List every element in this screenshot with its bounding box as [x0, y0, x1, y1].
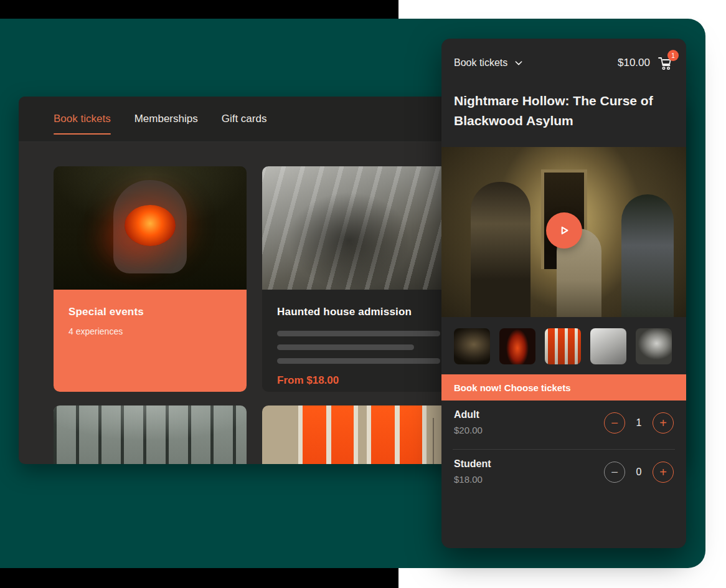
ticket-type-label: Adult	[454, 409, 483, 420]
ticket-price: $20.00	[454, 425, 483, 435]
skeleton-line	[277, 344, 414, 350]
dropdown-label: Book tickets	[454, 57, 507, 69]
widget-header: Book tickets $10.00 1	[454, 52, 674, 74]
card-price: From $18.00	[277, 374, 440, 387]
skeleton-line	[277, 358, 440, 364]
play-icon	[556, 222, 572, 239]
thumbnail-stairwell[interactable]	[590, 328, 626, 364]
skeleton-line	[277, 331, 440, 336]
card-red-windows-event[interactable]	[262, 405, 455, 464]
quantity-value: 1	[634, 417, 643, 429]
card-subtitle: 4 experiences	[68, 326, 232, 336]
wall-hook	[433, 418, 434, 464]
cart-button[interactable]: $10.00 1	[618, 54, 674, 72]
plus-button[interactable]: +	[653, 412, 674, 434]
foggy-forest-image	[54, 405, 247, 464]
book-now-banner[interactable]: Book now! Choose tickets	[441, 374, 686, 401]
student-quantity-stepper: − 0 +	[604, 462, 674, 483]
book-tickets-dropdown[interactable]: Book tickets	[454, 57, 524, 69]
ticket-type-label: Student	[454, 458, 491, 470]
thumbnail-spiral-staircase[interactable]	[636, 328, 672, 364]
haunted-house-card-body: Haunted house admission From $18.00	[262, 290, 455, 387]
thumbnail-zombies[interactable]	[454, 328, 490, 364]
glowing-window	[298, 405, 358, 464]
tab-book-tickets[interactable]: Book tickets	[54, 110, 111, 128]
zombie-figure	[471, 182, 530, 317]
tab-memberships[interactable]: Memberships	[134, 110, 198, 128]
event-title: Nightmare Hollow: The Curse of Blackwood…	[454, 91, 659, 131]
cart-count-badge: 1	[667, 50, 679, 61]
pumpkin-figure-image	[54, 166, 247, 290]
minus-button[interactable]: −	[604, 412, 625, 434]
special-events-card-body: Special events 4 experiences	[54, 290, 247, 392]
adult-quantity-stepper: − 1 +	[604, 412, 674, 434]
zombie-figure	[621, 194, 674, 317]
play-button[interactable]	[546, 212, 582, 249]
thumbnail-red-doorway[interactable]	[499, 328, 535, 364]
cart-total: $10.00	[618, 57, 650, 69]
banner-label: Book now! Choose tickets	[454, 382, 571, 393]
glowing-pumpkin-face	[125, 205, 176, 246]
ticket-row-student: Student $18.00 − 0 +	[453, 449, 675, 498]
event-video-player[interactable]	[441, 147, 686, 317]
thumbnail-red-windows[interactable]	[545, 328, 581, 364]
quantity-value: 0	[634, 467, 643, 478]
red-windows-image	[262, 405, 455, 464]
card-title: Special events	[68, 306, 232, 318]
card-haunted-house-admission[interactable]: Haunted house admission From $18.00	[262, 166, 455, 392]
card-forest-event[interactable]	[54, 405, 247, 464]
ticket-row-adult: Adult $20.00 − 1 +	[453, 401, 675, 449]
chevron-down-icon	[514, 58, 524, 68]
gallery-thumbnails	[454, 328, 674, 364]
ticket-price: $18.00	[454, 474, 491, 485]
stairwell-image	[262, 166, 455, 290]
glowing-window	[367, 405, 427, 464]
card-title: Haunted house admission	[277, 306, 440, 318]
minus-button[interactable]: −	[604, 462, 625, 483]
tab-gift-cards[interactable]: Gift cards	[222, 110, 267, 128]
card-special-events[interactable]: Special events 4 experiences	[54, 166, 247, 392]
mobile-booking-widget: Book tickets $10.00 1 Nightmar	[441, 39, 686, 548]
plus-button[interactable]: +	[653, 462, 674, 483]
page-canvas: Book tickets Memberships Gift cards Spec…	[0, 0, 726, 588]
